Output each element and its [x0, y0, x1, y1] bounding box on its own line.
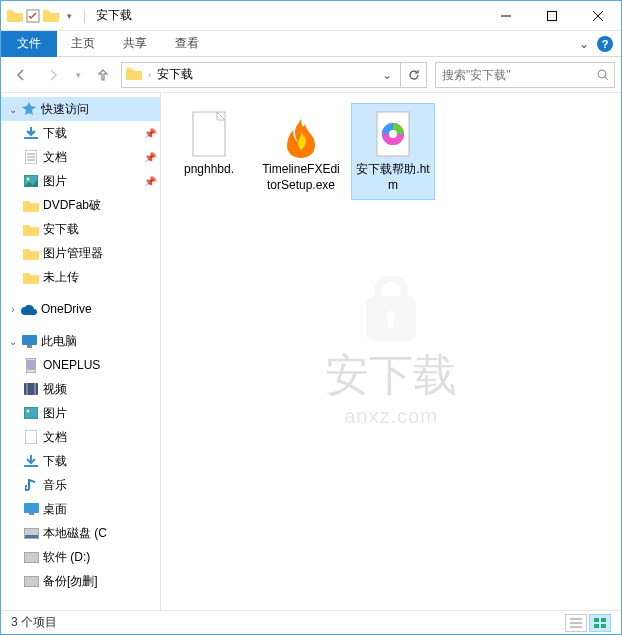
search-input[interactable]	[442, 68, 592, 82]
maximize-button[interactable]	[529, 1, 575, 31]
ribbon: 文件 主页 共享 查看 ⌄ ?	[1, 31, 621, 57]
file-label: TimelineFXEditorSetup.exe	[262, 162, 340, 193]
svg-point-36	[386, 311, 396, 321]
sidebar-item-pictures[interactable]: 图片📌	[1, 169, 160, 193]
tab-home[interactable]: 主页	[57, 31, 109, 57]
sidebar-item-backup[interactable]: 备份[勿删]	[1, 569, 160, 593]
file-label: pnghhbd.	[184, 162, 234, 178]
file-list[interactable]: pnghhbd.TimelineFXEditorSetup.exe安下载帮助.h…	[161, 93, 621, 610]
view-details-button[interactable]	[565, 614, 587, 632]
back-button[interactable]	[7, 61, 35, 89]
folder-icon	[23, 197, 39, 213]
ribbon-expand-icon[interactable]: ⌄	[579, 37, 589, 51]
svg-point-34	[389, 130, 397, 138]
pin-icon: 📌	[144, 176, 156, 187]
search-icon	[596, 68, 608, 82]
svg-rect-28	[25, 535, 38, 538]
svg-line-6	[605, 77, 608, 81]
svg-rect-29	[24, 552, 39, 563]
picture-icon	[23, 173, 39, 189]
file-type-icon	[277, 110, 325, 158]
up-button[interactable]	[89, 61, 117, 89]
qat-dropdown-icon[interactable]: ▾	[61, 8, 77, 24]
svg-rect-21	[24, 407, 38, 419]
file-item[interactable]: TimelineFXEditorSetup.exe	[259, 103, 343, 200]
search-box[interactable]	[435, 62, 615, 88]
tab-file[interactable]: 文件	[1, 31, 57, 57]
svg-rect-41	[594, 618, 599, 622]
qat-properties-icon[interactable]	[25, 8, 41, 24]
sidebar-item-not-uploaded[interactable]: 未上传	[1, 265, 160, 289]
minimize-button[interactable]	[483, 1, 529, 31]
sidebar-item-software[interactable]: 软件 (D:)	[1, 545, 160, 569]
svg-rect-24	[24, 465, 38, 467]
svg-rect-23	[25, 430, 37, 444]
svg-rect-20	[34, 383, 36, 395]
picture-icon	[23, 405, 39, 421]
sidebar-item-anxz[interactable]: 安下载	[1, 217, 160, 241]
sidebar-item-picmgr[interactable]: 图片管理器	[1, 241, 160, 265]
svg-point-5	[598, 70, 606, 78]
file-item[interactable]: pnghhbd.	[167, 103, 251, 200]
svg-rect-14	[22, 335, 37, 345]
file-type-icon	[185, 110, 233, 158]
address-dropdown-icon[interactable]: ⌄	[378, 68, 396, 82]
chevron-down-icon[interactable]: ⌄	[7, 335, 19, 347]
close-button[interactable]	[575, 1, 621, 31]
watermark: 安下载 anxz.com	[325, 276, 457, 428]
chevron-right-icon[interactable]: ›	[148, 70, 151, 80]
drive-icon	[23, 573, 39, 589]
sidebar-item-pictures2[interactable]: 图片	[1, 401, 160, 425]
document-icon	[23, 149, 39, 165]
sidebar-item-quick-access[interactable]: ⌄ 快速访问	[1, 97, 160, 121]
tab-share[interactable]: 共享	[109, 31, 161, 57]
down-arrow-icon	[23, 453, 39, 469]
sidebar-item-this-pc[interactable]: ⌄ 此电脑	[1, 329, 160, 353]
statusbar: 3 个项目	[1, 610, 621, 634]
sidebar-item-downloads[interactable]: 下载📌	[1, 121, 160, 145]
sidebar-item-dvdfab[interactable]: DVDFab破	[1, 193, 160, 217]
sidebar-item-videos[interactable]: 视频	[1, 377, 160, 401]
svg-rect-42	[601, 618, 606, 622]
view-icons-button[interactable]	[589, 614, 611, 632]
cloud-icon	[21, 301, 37, 317]
forward-button[interactable]	[39, 61, 67, 89]
file-label: 安下载帮助.htm	[354, 162, 432, 193]
titlebar-separator: |	[83, 9, 86, 23]
svg-rect-30	[24, 576, 39, 587]
pin-icon: 📌	[144, 128, 156, 139]
refresh-button[interactable]	[401, 62, 427, 88]
drive-icon	[23, 549, 39, 565]
sidebar-item-documents[interactable]: 文档📌	[1, 145, 160, 169]
help-icon[interactable]: ?	[597, 36, 613, 52]
status-text: 3 个项目	[11, 614, 57, 631]
chevron-right-icon[interactable]: ›	[7, 303, 19, 315]
document-icon	[23, 429, 39, 445]
file-type-icon	[369, 110, 417, 158]
sidebar-item-desktop[interactable]: 桌面	[1, 497, 160, 521]
sidebar-item-onedrive[interactable]: › OneDrive	[1, 297, 160, 321]
chevron-down-icon[interactable]: ⌄	[7, 103, 19, 115]
film-icon	[23, 381, 39, 397]
navbar: ▾ › 安下载 ⌄	[1, 57, 621, 93]
sidebar-item-localdisk[interactable]: 本地磁盘 (C	[1, 521, 160, 545]
tab-view[interactable]: 查看	[161, 31, 213, 57]
svg-rect-25	[24, 503, 39, 513]
address-bar[interactable]: › 安下载 ⌄	[121, 62, 401, 88]
sidebar-item-downloads2[interactable]: 下载	[1, 449, 160, 473]
svg-rect-37	[388, 318, 394, 328]
monitor-icon	[23, 501, 39, 517]
sidebar-item-music[interactable]: 音乐	[1, 473, 160, 497]
svg-rect-7	[24, 137, 38, 139]
folder-icon	[23, 245, 39, 261]
sidebar-item-oneplus[interactable]: ONEPLUS	[1, 353, 160, 377]
recent-dropdown[interactable]: ▾	[71, 61, 85, 89]
folder-icon	[23, 221, 39, 237]
svg-point-22	[27, 410, 30, 413]
sidebar-item-documents2[interactable]: 文档	[1, 425, 160, 449]
window-title: 安下载	[96, 7, 132, 24]
sidebar[interactable]: ⌄ 快速访问 下载📌 文档📌 图片📌 DVDFab破	[1, 93, 161, 610]
svg-rect-19	[26, 383, 28, 395]
folder-icon	[126, 67, 142, 83]
file-item[interactable]: 安下载帮助.htm	[351, 103, 435, 200]
